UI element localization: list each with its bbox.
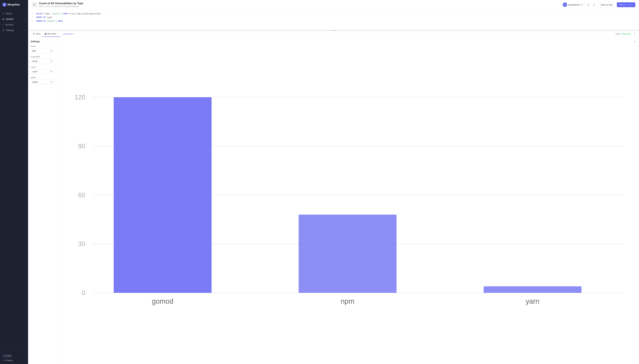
- code-content-3: ORDER BY count(*) DESC: [36, 19, 63, 23]
- y-axis-select[interactable]: count: [31, 69, 54, 74]
- code-line-1: 1 SELECT type, count(*) FROM trivy_repo_…: [32, 12, 635, 16]
- x-axis-label: X-axis: [31, 45, 54, 47]
- sidebar-item-connect[interactable]: ⌁ Connect: [0, 22, 28, 28]
- y-tick-30: 30: [78, 240, 86, 248]
- collapse-button[interactable]: « Collapse: [3, 358, 26, 362]
- line-number-2: 2: [32, 16, 34, 19]
- run-button-label: Run (⇧ + ↵): [619, 4, 631, 6]
- sidebar-nav: ⬡ Repos › ⊞ Queries › ⌁ Connect ⚙ Settin…: [0, 9, 28, 352]
- topbar-left: ⊞ Count of All Vulnerabilities by Type E…: [32, 2, 83, 8]
- series-label: Series: [31, 76, 54, 79]
- history-icon-button[interactable]: ◷: [592, 2, 596, 7]
- logo-icon: M: [3, 3, 6, 6]
- avatar: PD: [563, 2, 567, 7]
- x-axis-group: X-axis type: [31, 45, 54, 53]
- bar-chart-svg: 120 90 60 30 0: [59, 40, 636, 361]
- tabs-right: 12ms Success ⤢: [615, 32, 636, 36]
- query-info: Count of All Vulnerabilities by Type Ent…: [39, 2, 83, 8]
- bar-gomod: [114, 97, 212, 293]
- resize-handle[interactable]: [28, 30, 639, 31]
- app-logo[interactable]: M MergeStat: [0, 0, 28, 9]
- sidebar-item-settings-label: Settings: [6, 29, 14, 32]
- tab-table[interactable]: ⊞ Table: [31, 31, 43, 37]
- run-chevron-icon: ▾: [632, 4, 633, 6]
- repos-chevron-icon: ›: [25, 12, 26, 15]
- sidebar-bottom: ◯ beta « Collapse: [0, 352, 28, 364]
- chart-menu-icon-button[interactable]: ≡: [633, 40, 636, 44]
- add-view-chevron-icon: ▾: [73, 33, 74, 35]
- bar-npm: [299, 214, 396, 293]
- queries-icon: ⊞: [3, 18, 4, 20]
- code-content-2: GROUP BY type: [36, 16, 52, 19]
- main-content: ⊞ Count of All Vulnerabilities by Type E…: [28, 0, 639, 364]
- chart-settings-layout: Settings X-axis type X-axis type string …: [28, 37, 639, 364]
- sidebar-item-queries-label: Queries: [6, 18, 14, 20]
- tab-bar-chart-label: Bar chart: [47, 32, 56, 35]
- tabs-bar: ⊞ Table ▦ Bar chart ✕ + Add view ▾ 12ms …: [28, 31, 639, 37]
- layout-icon-button[interactable]: ⊡: [586, 2, 590, 7]
- success-dot-icon: [622, 33, 623, 34]
- tabs-left: ⊞ Table ▦ Bar chart ✕ + Add view ▾: [31, 31, 75, 37]
- beta-badge: ◯ beta: [3, 354, 12, 358]
- settings-icon: ⚙: [3, 29, 5, 32]
- avatar-initials: PD: [564, 4, 566, 6]
- bar-yarn: [484, 286, 582, 293]
- add-view-label: + Add view: [62, 33, 72, 35]
- code-line-2: 2 GROUP BY type: [32, 16, 635, 19]
- topbar: ⊞ Count of All Vulnerabilities by Type E…: [28, 0, 639, 10]
- sidebar-item-repos[interactable]: ⬡ Repos ›: [0, 10, 28, 16]
- repos-icon: ⬡: [3, 12, 4, 15]
- tab-close-icon[interactable]: ✕: [57, 33, 58, 35]
- save-as-new-button[interactable]: Save as new: [598, 2, 615, 7]
- resize-indicator: [330, 30, 337, 31]
- chart-container: 120 90 60 30 0: [59, 40, 636, 361]
- y-tick-60: 60: [78, 191, 86, 199]
- code-editor[interactable]: 1 SELECT type, count(*) FROM trivy_repo_…: [28, 10, 639, 30]
- code-content-1: SELECT type, count(*) FROM trivy_repo_vu…: [36, 12, 101, 16]
- x-axis-select[interactable]: type: [31, 48, 54, 53]
- app-name: MergeStat: [8, 3, 20, 6]
- chart-area: ≡ 120 90 60: [56, 37, 639, 364]
- line-number-3: 3: [32, 19, 34, 23]
- y-axis-label: Y-axis: [31, 66, 54, 68]
- sidebar-item-connect-label: Connect: [5, 23, 14, 26]
- series-select[interactable]: Select: [31, 80, 54, 84]
- connect-icon: ⌁: [3, 23, 4, 26]
- sidebar-item-settings[interactable]: ⚙ Settings ›: [0, 28, 28, 33]
- settings-panel: Settings X-axis type X-axis type string …: [28, 37, 56, 364]
- query-description: Enter a short description for this query…: [39, 5, 83, 8]
- sidebar-item-queries[interactable]: ⊞ Queries ›: [0, 16, 28, 22]
- line-number-1: 1: [32, 12, 34, 16]
- user-area[interactable]: PD patrickdevivo ▾: [563, 2, 582, 7]
- tab-table-label: Table: [35, 32, 40, 35]
- expand-icon-button[interactable]: ⤢: [632, 32, 636, 36]
- query-icon: ⊞: [32, 2, 37, 7]
- beta-label: beta: [7, 355, 11, 357]
- x-axis-type-label: X-axis type: [31, 56, 54, 58]
- code-line-3: 3 ORDER BY count(*) DESC: [32, 19, 635, 23]
- sidebar: M MergeStat ⬡ Repos › ⊞ Queries › ⌁ Conn…: [0, 0, 28, 364]
- bar-label-gomod: gomod: [152, 297, 173, 305]
- series-group: Series Select: [31, 76, 54, 84]
- x-axis-type-group: X-axis type string: [31, 56, 54, 64]
- beta-icon: ◯: [4, 355, 6, 357]
- collapse-icon: «: [3, 359, 4, 362]
- run-button[interactable]: Run (⇧ + ↵) ▾: [617, 2, 635, 7]
- user-chevron-icon: ▾: [581, 4, 582, 6]
- y-tick-120: 120: [75, 94, 86, 101]
- bar-label-yarn: yarn: [526, 297, 539, 305]
- sidebar-item-repos-label: Repos: [6, 12, 12, 15]
- success-badge: Success: [622, 33, 631, 35]
- results-area: ⊞ Table ▦ Bar chart ✕ + Add view ▾ 12ms …: [28, 31, 639, 364]
- queries-chevron-icon: ›: [25, 18, 26, 20]
- y-tick-90: 90: [78, 142, 86, 150]
- add-view-button[interactable]: + Add view ▾: [61, 32, 75, 36]
- topbar-right: PD patrickdevivo ▾ ⊡ ◷ Save as new Run (…: [563, 2, 635, 7]
- x-axis-type-select[interactable]: string: [31, 59, 54, 64]
- tab-bar-chart[interactable]: ▦ Bar chart ✕: [43, 31, 61, 37]
- query-time: 12ms: [615, 33, 620, 35]
- collapse-label: Collapse: [5, 359, 13, 362]
- settings-chevron-icon: ›: [25, 29, 26, 32]
- settings-panel-title: Settings: [31, 40, 54, 43]
- y-tick-0: 0: [82, 289, 85, 296]
